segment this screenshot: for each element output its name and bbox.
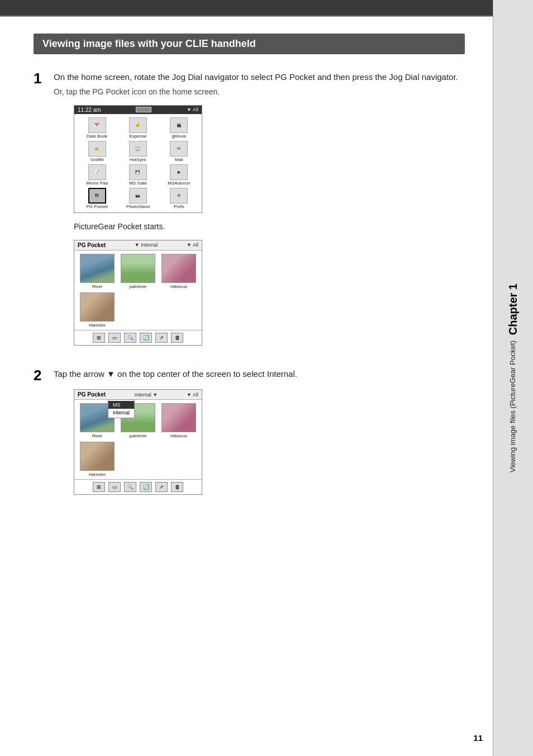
- icon-gmovie-label: gMovie: [172, 134, 186, 139]
- pg-toolbar-export-btn[interactable]: ↗: [155, 333, 168, 343]
- sidebar-chapter-subtext: Viewing image files (PictureGear Pocket): [508, 341, 518, 472]
- pg-all-1[interactable]: ▼ All: [187, 242, 198, 248]
- icon-pgpocket-label: PG Pocket: [87, 204, 108, 209]
- icon-msgate-box: 💾: [129, 164, 147, 180]
- pg-toolbar-export-btn-2[interactable]: ↗: [155, 482, 168, 492]
- icon-photostand-label: PhotoStand: [126, 204, 150, 209]
- step-1-caption: PictureGear Pocket starts.: [74, 222, 465, 231]
- pg-screen-2: PG Pocket Internal ▼ ▼ All MS Internal R…: [74, 389, 202, 495]
- step-2-main-text: Tap the arrow ▼ on the top center of the…: [54, 368, 465, 381]
- pg-img-river-label: River: [92, 284, 103, 289]
- pg-img-hibiscus-label: Hibiscus: [170, 284, 187, 289]
- icon-msgate-label: MS Gate: [129, 181, 147, 186]
- icon-msautorun-label: MSAutorun: [168, 181, 190, 186]
- icon-datebook: 📅 Date Book: [78, 117, 116, 139]
- pg-img-hamster-2-label: Hamster: [89, 472, 106, 477]
- icon-memopad-label: Memo Pad: [86, 181, 108, 186]
- pg-title-1: PG Pocket: [78, 242, 106, 248]
- pg-img-hamster-2: [80, 442, 115, 471]
- pg-image-river[interactable]: River: [78, 254, 117, 289]
- icon-graffiti: ✍ Graffiti: [78, 141, 116, 162]
- icon-memopad: 📝 Memo Pad: [78, 164, 116, 186]
- section-title: Viewing image files with your CLIE handh…: [42, 38, 256, 49]
- pg-dropdown-1[interactable]: ▼ Internal: [135, 242, 158, 248]
- icon-expense: 💰 Expense: [118, 117, 157, 139]
- pg-toolbar-grid-btn[interactable]: ⊞: [93, 333, 105, 343]
- pg-title-2: PG Pocket: [78, 391, 106, 398]
- pg-toolbar-search-btn[interactable]: 🔍: [124, 333, 136, 343]
- icon-mail: ✉ Mail: [160, 141, 198, 162]
- icon-memopad-box: 📝: [88, 164, 106, 180]
- step-1: 1 On the home screen, rotate the Jog Dia…: [34, 71, 465, 355]
- pg-img-hibiscus-2-label: Hibiscus: [170, 433, 187, 438]
- pg-second-row-1: Hamster: [74, 292, 202, 330]
- icon-prefs-box: ⚙: [170, 188, 188, 204]
- sidebar: Chapter 1 Viewing image files (PictureGe…: [493, 0, 533, 756]
- pg-images-grid-2: River palmtree Hibiscus: [74, 400, 202, 442]
- pg-toolbar-1: ⊞ ▭ 🔍 🔄 ↗ 🗑: [74, 330, 202, 345]
- pg-toolbar-sync-btn[interactable]: 🔄: [140, 333, 152, 343]
- pg-dropdown-option-internal[interactable]: Internal: [108, 409, 134, 417]
- sidebar-chapter-label: Chapter 1: [507, 284, 520, 335]
- pg-img-palmtree-2-label: palmtree: [129, 433, 146, 438]
- pg-image-hibiscus-2[interactable]: Hibiscus: [159, 403, 198, 438]
- step-1-number: 1: [34, 70, 54, 87]
- icon-datebook-box: 📅: [88, 117, 106, 133]
- top-bar: [0, 0, 533, 16]
- icon-hotsync-label: HotSync: [130, 157, 146, 162]
- pg-dropdown-option-ms[interactable]: MS: [108, 401, 134, 409]
- section-header: Viewing image files with your CLIE handh…: [34, 34, 465, 54]
- pg-img-river-2-label: River: [92, 433, 103, 438]
- icon-pgpocket-box: 🖼: [88, 188, 106, 204]
- home-screen-time: 11:22 am: [78, 107, 101, 113]
- pg-toolbar-list-btn-2[interactable]: ▭: [108, 482, 121, 492]
- pg-titlebar-1: PG Pocket ▼ Internal ▼ All: [74, 240, 202, 251]
- icon-expense-box: 💰: [129, 117, 147, 133]
- icon-prefs: ⚙ Prefs: [160, 188, 198, 209]
- pg-img-hibiscus-2: [161, 403, 196, 432]
- pg-toolbar-delete-btn-2[interactable]: 🗑: [171, 482, 183, 492]
- step-1-content: On the home screen, rotate the Jog Dial …: [54, 71, 465, 355]
- pg-image-hamster[interactable]: Hamster: [78, 292, 117, 328]
- pg-dropdown-2[interactable]: Internal ▼: [135, 392, 158, 398]
- pg-toolbar-delete-btn[interactable]: 🗑: [171, 333, 183, 343]
- pg-img-hibiscus: [161, 254, 196, 283]
- pg-image-hamster-2[interactable]: Hamster: [78, 442, 117, 477]
- pg-second-row-2: Hamster: [74, 442, 202, 479]
- step-2: 2 Tap the arrow ▼ on the top center of t…: [34, 368, 465, 504]
- icon-graffiti-label: Graffiti: [91, 157, 103, 162]
- icon-mail-box: ✉: [170, 141, 188, 157]
- home-icons-grid: 📅 Date Book 💰 Expense 🎬 gMovie ✍ Gra: [74, 114, 202, 212]
- pg-toolbar-search-btn-2[interactable]: 🔍: [124, 482, 136, 492]
- pg-screen-1: PG Pocket ▼ Internal ▼ All River palmtre…: [74, 240, 202, 346]
- pg-image-palmtree[interactable]: palmtree: [118, 254, 158, 289]
- step-1-sub-text: Or, tap the PG Pocket icon on the home s…: [54, 87, 465, 96]
- pg-all-2[interactable]: ▼ All: [187, 392, 198, 398]
- home-screen-mockup: 11:22 am ▼ All 📅 Date Book 💰 Expense: [74, 105, 202, 213]
- battery-icon: [136, 107, 151, 112]
- pg-img-hamster: [80, 292, 115, 322]
- icon-expense-label: Expense: [129, 134, 146, 139]
- icon-datebook-label: Date Book: [87, 134, 107, 139]
- pg-dropdown-list: MS Internal: [108, 399, 135, 418]
- step-2-number: 2: [34, 367, 54, 384]
- home-screen-titlebar: 11:22 am ▼ All: [74, 106, 202, 114]
- pg-toolbar-2: ⊞ ▭ 🔍 🔄 ↗ 🗑: [74, 479, 202, 494]
- pg-toolbar-list-btn[interactable]: ▭: [108, 333, 121, 343]
- icon-msgate: 💾 MS Gate: [118, 164, 157, 186]
- pg-image-hibiscus[interactable]: Hibiscus: [159, 254, 198, 289]
- icon-photostand: 📷 PhotoStand: [118, 188, 157, 209]
- icon-prefs-label: Prefs: [174, 204, 184, 209]
- icon-msautorun-box: ▶: [170, 164, 188, 180]
- icon-gmovie: 🎬 gMovie: [160, 117, 198, 139]
- page-number: 11: [473, 733, 483, 743]
- pg-img-palmtree: [121, 254, 155, 283]
- pg-toolbar-grid-btn-2[interactable]: ⊞: [93, 482, 105, 492]
- icon-msautorun: ▶ MSAutorun: [160, 164, 198, 186]
- pg-img-hamster-label: Hamster: [89, 323, 106, 328]
- pg-toolbar-sync-btn-2[interactable]: 🔄: [140, 482, 152, 492]
- icon-gmovie-box: 🎬: [170, 117, 188, 133]
- home-screen-all: ▼ All: [187, 107, 198, 112]
- icon-mail-label: Mail: [175, 157, 183, 162]
- icon-photostand-box: 📷: [129, 188, 147, 204]
